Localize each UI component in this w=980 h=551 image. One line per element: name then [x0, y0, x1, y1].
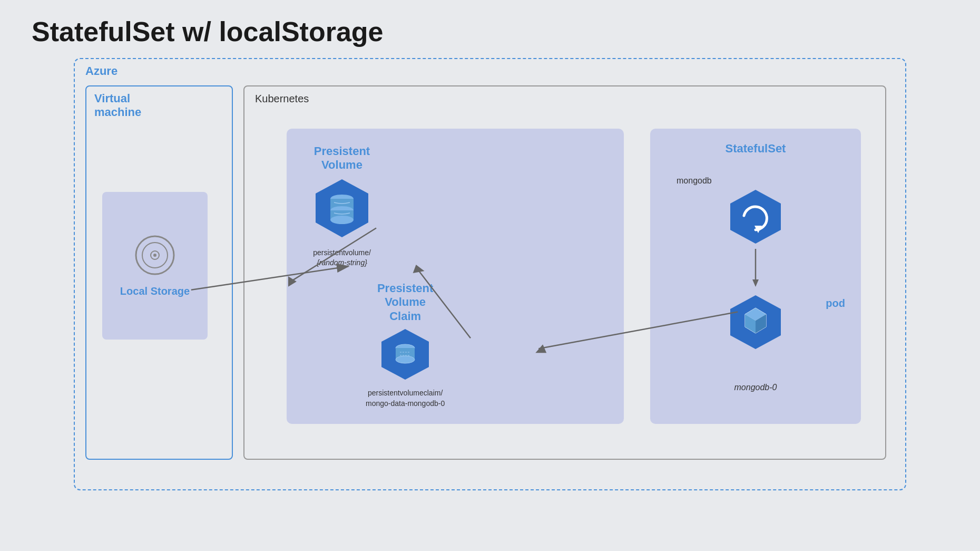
pvc-hex-icon	[376, 326, 434, 384]
azure-label: Azure	[85, 64, 117, 78]
pv-sublabel: persistentvolume/{random-string}	[313, 248, 371, 268]
pvc-item: PresistentVolumeClaim persistentvolumecl…	[366, 282, 445, 409]
svg-point-9	[330, 216, 354, 224]
pv-hex-icon	[308, 175, 376, 244]
mongodb-label: mongodb	[677, 176, 712, 186]
svg-marker-16	[730, 190, 781, 244]
kubernetes-label: Kubernetes	[255, 93, 309, 105]
svg-marker-19	[752, 279, 759, 287]
pod-label: pod	[826, 297, 845, 310]
pv-item: PresistentVolume	[308, 144, 376, 268]
mongodb0-label: mongodb-0	[734, 383, 777, 392]
pv-group: PresistentVolume	[287, 129, 624, 424]
azure-box: Azure Virtualmachine Local Storage Kuber…	[74, 58, 906, 490]
ss-title: StatefulSet	[726, 142, 786, 156]
vm-box: Virtualmachine Local Storage	[85, 85, 233, 460]
kubernetes-box: Kubernetes PresistentVolume	[243, 85, 886, 460]
pvc-title: PresistentVolumeClaim	[377, 282, 433, 323]
ss-group: StatefulSet mongodb pod	[650, 129, 861, 424]
svg-point-3	[153, 254, 156, 257]
disk-icon	[134, 234, 176, 276]
svg-point-13	[396, 356, 415, 363]
pv-title: PresistentVolume	[314, 144, 370, 172]
page-title: StatefulSet w/ localStorage	[0, 0, 980, 58]
ss-to-pod-arrow	[750, 249, 761, 291]
statefulset-hex-icon	[724, 187, 787, 250]
local-storage-component: Local Storage	[102, 192, 208, 340]
local-storage-label: Local Storage	[120, 284, 190, 298]
pvc-sublabel: persistentvolumeclaim/mongo-data-mongodb…	[366, 388, 445, 409]
pod-hex-icon	[724, 292, 787, 355]
vm-label: Virtualmachine	[94, 92, 141, 120]
